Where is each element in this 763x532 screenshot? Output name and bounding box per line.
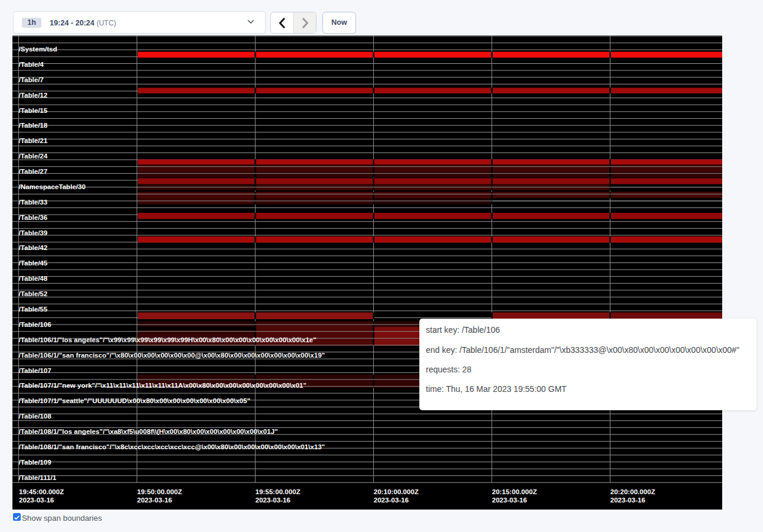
svg-text:/Table/107: /Table/107 [19, 366, 51, 374]
svg-text:2023-03-16: 2023-03-16 [256, 496, 291, 504]
svg-text:2023-03-16: 2023-03-16 [19, 496, 54, 504]
svg-text:/Table/109: /Table/109 [19, 458, 52, 466]
svg-text:/Table/24: /Table/24 [19, 152, 48, 160]
svg-text:/Table/108: /Table/108 [19, 412, 52, 420]
svg-text:/Table/36: /Table/36 [19, 213, 48, 221]
svg-text:/Table/106/1/"los angeles"/"\x: /Table/106/1/"los angeles"/"\x99\x99\x99… [19, 336, 316, 343]
svg-text:/Table/15: /Table/15 [19, 106, 48, 114]
svg-text:/System/tsd: /System/tsd [19, 45, 57, 53]
svg-text:2023-03-16: 2023-03-16 [137, 496, 173, 504]
svg-text:/NamespaceTable/30: /NamespaceTable/30 [19, 183, 86, 190]
svg-text:19:55:00.000Z: 19:55:00.000Z [256, 488, 300, 495]
svg-text:/Table/4: /Table/4 [19, 60, 44, 68]
svg-text:/Table/106/1/"san francisco"/": /Table/106/1/"san francisco"/"\x80\x00\x… [19, 351, 325, 359]
svg-text:/Table/33: /Table/33 [19, 198, 48, 206]
svg-text:/Table/7: /Table/7 [19, 76, 44, 83]
svg-text:2023-03-16: 2023-03-16 [492, 496, 528, 504]
svg-text:/Table/55: /Table/55 [19, 305, 48, 313]
svg-text:/Table/106: /Table/106 [19, 320, 52, 328]
svg-text:2023-03-16: 2023-03-16 [610, 496, 646, 504]
svg-text:19:45:00.000Z: 19:45:00.000Z [19, 488, 64, 495]
svg-text:/Table/39: /Table/39 [19, 229, 48, 236]
svg-text:/Table/52: /Table/52 [19, 290, 48, 297]
svg-text:/Table/42: /Table/42 [19, 244, 48, 251]
svg-text:2023-03-16: 2023-03-16 [374, 496, 409, 504]
svg-text:/Table/107/1/"new york"/"\x11\: /Table/107/1/"new york"/"\x11\x11\x11\x1… [19, 381, 307, 389]
svg-text:/Table/21: /Table/21 [19, 137, 48, 144]
svg-text:/Table/27: /Table/27 [19, 167, 48, 175]
svg-text:/Table/107/1/"seattle"/"UUUUUU: /Table/107/1/"seattle"/"UUUUUUD\x00\x80\… [19, 397, 251, 404]
svg-text:/Table/108/1/"los angeles"/"\x: /Table/108/1/"los angeles"/"\xa8\xf5\u00… [19, 427, 278, 435]
svg-text:19:50:00.000Z: 19:50:00.000Z [137, 488, 182, 495]
svg-text:20:20:00.000Z: 20:20:00.000Z [610, 488, 655, 495]
svg-text:/Table/12: /Table/12 [19, 91, 48, 99]
svg-text:20:15:00.000Z: 20:15:00.000Z [492, 488, 537, 495]
svg-text:/Table/45: /Table/45 [19, 259, 48, 267]
svg-text:/Table/111/1: /Table/111/1 [19, 473, 57, 481]
svg-text:/Table/18: /Table/18 [19, 121, 48, 129]
svg-text:/Table/48: /Table/48 [19, 274, 48, 282]
svg-text:20:10:00.000Z: 20:10:00.000Z [374, 488, 419, 495]
svg-text:/Table/108/1/"san francisco"/": /Table/108/1/"san francisco"/"\x8c\xcc\x… [19, 443, 325, 450]
